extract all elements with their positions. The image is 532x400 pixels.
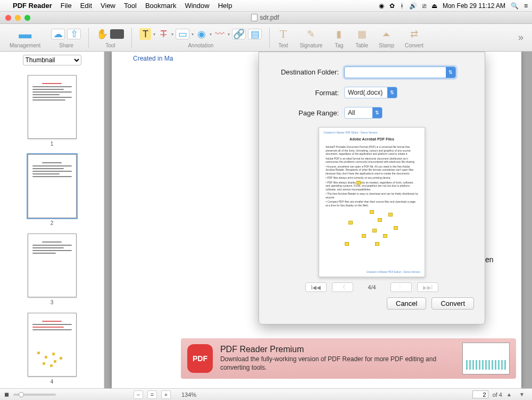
- volume-icon[interactable]: 🔊: [409, 2, 417, 10]
- menubar-status-area: ◉ ✿ ᚼ 🔊 ⎚ ⏏ Mon Feb 29 11:12 AM 🔍 ≡: [379, 2, 528, 10]
- last-page-button[interactable]: ▶▶I: [417, 282, 438, 292]
- clock[interactable]: Mon Feb 29 11:12 AM: [443, 2, 505, 10]
- toolbar-signature[interactable]: ✎ Signature: [294, 27, 328, 48]
- destination-folder-label: Destination Folder:: [270, 68, 339, 76]
- collapse-icon[interactable]: ◼: [4, 391, 9, 398]
- toolbar-text[interactable]: T Text: [272, 27, 294, 48]
- convert-dialog: Destination Folder: ⇅ Format: Word(.docx…: [259, 52, 485, 324]
- prev-page-button[interactable]: 〈: [332, 282, 353, 292]
- spotlight-icon[interactable]: 🔍: [511, 2, 519, 10]
- toolbar-share[interactable]: ☁⇧ Share: [46, 27, 86, 48]
- document-proxy-icon[interactable]: [251, 14, 257, 21]
- sidebar: Thumbnail 1 2 3 4: [0, 52, 104, 388]
- first-page-button[interactable]: I◀◀: [305, 282, 327, 292]
- toolbar-stamp[interactable]: ⏶ Stamp: [373, 27, 400, 48]
- gear-icon[interactable]: ✿: [389, 2, 395, 10]
- upload-icon: ⇧: [67, 29, 81, 39]
- thumbnail-list[interactable]: 1 2 3 4: [0, 69, 104, 388]
- zoom-value: 134%: [181, 391, 196, 398]
- zoom-in-button[interactable]: +: [161, 390, 171, 399]
- dialog-page-preview: Created in Master PDF Editor - Demo Vers…: [319, 127, 425, 277]
- toolbar-convert[interactable]: ⇄ Convert: [400, 27, 429, 48]
- content-area: Created in Ma format that preserves all …: [104, 52, 532, 388]
- system-menubar: PDF Reader File Edit View Tool Bookmark …: [0, 0, 532, 12]
- page-indicator: 4/4: [359, 284, 385, 290]
- format-label: Format:: [270, 89, 339, 97]
- page-total: of 4: [493, 391, 502, 398]
- freehand-icon[interactable]: 〰: [214, 28, 226, 40]
- current-page-input[interactable]: [472, 390, 488, 398]
- signature-icon: ✎: [305, 28, 317, 40]
- page-down-button[interactable]: ▼: [519, 391, 528, 397]
- folder-icon: ▬: [19, 28, 31, 40]
- ad-preview-image: [462, 343, 510, 374]
- stamp-circle-icon[interactable]: ◉: [196, 28, 207, 40]
- menu-window[interactable]: Window: [185, 2, 209, 10]
- hand-icon: ✋: [96, 28, 108, 40]
- convert-button[interactable]: Convert: [431, 297, 474, 310]
- convert-icon: ⇄: [409, 28, 420, 40]
- rectangle-icon[interactable]: ▭: [176, 29, 189, 39]
- text-highlight-icon[interactable]: T: [139, 28, 151, 40]
- zoom-fit-button[interactable]: =: [147, 390, 157, 399]
- pdf-badge-icon: PDF: [187, 344, 213, 373]
- menu-edit[interactable]: Edit: [80, 2, 92, 10]
- toolbar-table[interactable]: ▦ Table: [350, 27, 373, 48]
- ad-title: PDF Reader Premium: [220, 345, 455, 354]
- thumbnail-page-1[interactable]: 1: [28, 75, 77, 147]
- menu-tool[interactable]: Tool: [124, 2, 137, 10]
- display-icon[interactable]: ⎚: [422, 2, 426, 10]
- page-up-button[interactable]: ▲: [506, 391, 515, 397]
- preview-pager: I◀◀ 〈 4/4 〉 ▶▶I: [270, 282, 474, 292]
- eject-icon[interactable]: ⏏: [431, 2, 437, 10]
- thumbnail-page-4[interactable]: 4: [28, 313, 77, 385]
- page-range-select[interactable]: All⇅: [344, 107, 383, 119]
- minimize-window-button[interactable]: [15, 15, 21, 21]
- app-name[interactable]: PDF Reader: [13, 2, 52, 10]
- toolbar-tag[interactable]: ▮ Tag: [328, 27, 350, 48]
- page-range-label: Page Range:: [270, 109, 339, 117]
- status-icon[interactable]: ◉: [379, 2, 384, 10]
- toolbar-overflow-button[interactable]: »: [518, 32, 528, 43]
- ad-subtitle: Download the fully-working version of PD…: [220, 355, 455, 372]
- menu-help[interactable]: Help: [218, 2, 232, 10]
- menu-bookmark[interactable]: Bookmark: [145, 2, 177, 10]
- text-tool-icon: T: [277, 28, 289, 40]
- window-titlebar: sdr.pdf: [0, 12, 532, 24]
- toolbar-annotation[interactable]: T▾ T̶▾ ▭▾ ◉▾ 〰▾ 🔗 ▤ Annotation: [134, 27, 267, 48]
- main-toolbar: ▬ Management ☁⇧ Share ✋ Tool T▾ T̶▾ ▭▾ ◉…: [0, 24, 532, 52]
- sidebar-mode-select[interactable]: Thumbnail: [23, 55, 81, 65]
- chevron-updown-icon: ⇅: [372, 107, 382, 118]
- destination-folder-select[interactable]: ⇅: [344, 66, 456, 78]
- menu-file[interactable]: File: [61, 2, 72, 10]
- toolbar-tool[interactable]: ✋ Tool: [91, 27, 129, 48]
- close-window-button[interactable]: [5, 15, 11, 21]
- toolbar-management[interactable]: ▬ Management: [4, 27, 46, 48]
- chevron-updown-icon: ⇅: [387, 87, 397, 98]
- cloud-icon: ☁: [51, 29, 65, 39]
- next-page-button[interactable]: 〉: [390, 282, 412, 292]
- menu-view[interactable]: View: [101, 2, 115, 10]
- link-icon[interactable]: 🔗: [232, 29, 246, 39]
- note-icon[interactable]: ▤: [248, 29, 262, 39]
- select-tool-icon: [110, 29, 124, 39]
- stamp-icon: ⏶: [381, 28, 393, 40]
- tag-icon: ▮: [333, 28, 345, 40]
- bluetooth-icon[interactable]: ᚼ: [400, 2, 404, 10]
- thumbnail-page-2[interactable]: 2: [28, 154, 77, 226]
- menu-extra-icon[interactable]: ≡: [524, 2, 528, 10]
- premium-ad-banner[interactable]: PDF PDF Reader Premium Download the full…: [181, 338, 516, 379]
- chevron-updown-icon: ⇅: [446, 67, 455, 78]
- zoom-slider[interactable]: [13, 394, 56, 396]
- zoom-out-button[interactable]: −: [134, 390, 143, 399]
- format-select[interactable]: Word(.docx)⇅: [344, 87, 397, 98]
- status-bar: ◼ − = + 134% of 4 ▲ ▼: [0, 388, 532, 400]
- thumbnail-page-3[interactable]: 3: [28, 234, 77, 305]
- cancel-button[interactable]: Cancel: [387, 297, 426, 310]
- strikethrough-icon[interactable]: T̶: [157, 28, 169, 40]
- window-title: sdr.pdf: [260, 14, 279, 21]
- zoom-window-button[interactable]: [24, 15, 30, 21]
- table-icon: ▦: [356, 28, 368, 40]
